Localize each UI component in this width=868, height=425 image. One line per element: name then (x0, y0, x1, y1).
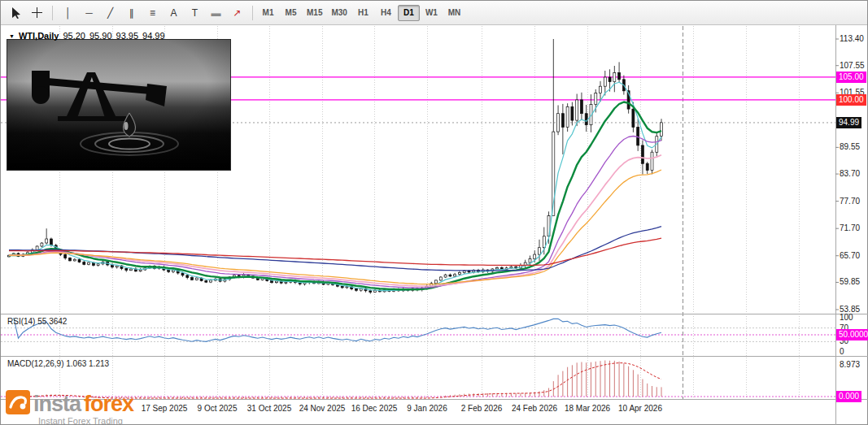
watermark-forex-text: forex (84, 392, 133, 417)
timeframe-m5-button[interactable]: M5 (280, 5, 302, 21)
instaforex-logo-icon (6, 390, 30, 418)
date-axis-label: 24 Feb 2026 (512, 404, 557, 414)
price-axis-tick: 83.70 (840, 169, 860, 179)
watermark-insta-text: insta (33, 392, 81, 417)
price-axis-tick: 107.55 (840, 61, 865, 71)
instaforex-watermark: instaforex Instant Forex Trading (6, 390, 133, 425)
date-axis-label: 9 Jan 2026 (407, 404, 447, 414)
price-axis-tick: 65.70 (840, 251, 860, 261)
price-axis-tick: 71.70 (840, 223, 860, 233)
timeframe-mn-button[interactable]: MN (443, 5, 465, 21)
price-axis-tick: 59.85 (840, 277, 860, 287)
symbol-info-bar: ▼ WTI,Daily 95.20 95.90 93.95 94.99 (9, 31, 165, 41)
macd-level-badge: 0.000 (836, 391, 861, 402)
timeframe-w1-button[interactable]: W1 (421, 5, 443, 21)
date-axis-label: 9 Oct 2025 (198, 404, 238, 414)
date-axis-label: 24 Nov 2025 (299, 404, 346, 414)
text-label-tool-button[interactable]: T (185, 4, 205, 22)
date-axis-label: 18 Mar 2026 (565, 404, 610, 414)
macd-indicator-label: MACD(12,26,9) 1.063 1.213 (7, 359, 109, 368)
rsi-axis-tick: 100 (840, 313, 853, 323)
horizontal-line-tool-button[interactable]: ─ (79, 4, 99, 22)
timeframe-h4-button[interactable]: H4 (375, 5, 397, 21)
price-axis-badge: 105.00 (836, 72, 866, 83)
crosshair-icon (32, 7, 42, 18)
price-axis-tick: 77.70 (840, 197, 860, 206)
oil-pump-illustration (7, 40, 230, 170)
watermark-tagline: Instant Forex Trading (38, 416, 133, 425)
symbol-name: WTI,Daily (19, 31, 59, 41)
toolbar: │─╱∥≡AT▬↗ M1M5M15M30H1H4D1W1MN (1, 1, 867, 25)
equidistant-channel-tool-button[interactable]: ∥ (121, 4, 142, 22)
cursor-icon (11, 7, 21, 19)
timeframe-d1-button[interactable]: D1 (398, 5, 420, 21)
toolbar-separator (52, 6, 53, 20)
drawing-tools-group: │─╱∥≡AT▬↗ (6, 4, 257, 22)
macd-axis-tick: 8.973 (840, 360, 860, 370)
bar-high-value: 95.90 (89, 31, 112, 41)
vertical-line-tool-button[interactable]: │ (58, 4, 78, 22)
symbol-dropdown-icon[interactable]: ▼ (9, 33, 15, 39)
oil-pump-photo (7, 40, 230, 170)
trendline-tool-button[interactable]: ╱ (100, 4, 120, 22)
bar-close-value: 94.99 (142, 31, 165, 41)
timeframe-m1-button[interactable]: M1 (257, 5, 279, 21)
date-axis-label: 2 Feb 2026 (461, 404, 503, 414)
text-tool-button[interactable]: A (164, 4, 184, 22)
rsi-indicator-label: RSI(14) 55.3642 (7, 317, 67, 326)
price-axis-badge: 94.99 (836, 117, 861, 128)
bar-open-value: 95.20 (63, 31, 85, 41)
fibonacci-tool-button[interactable]: ≡ (142, 4, 163, 22)
cursor-tool-button[interactable] (6, 4, 26, 22)
date-axis-label: 17 Sep 2025 (142, 404, 188, 414)
date-axis-label: 10 Apr 2026 (618, 404, 662, 414)
rsi-axis-tick: 0 (840, 347, 844, 357)
trading-terminal-window: │─╱∥≡AT▬↗ M1M5M15M30H1H4D1W1MN ▼ WTI,Dai… (0, 0, 868, 425)
timeframe-group: M1M5M15M30H1H4D1W1MN (257, 5, 465, 21)
arrows-tool-button[interactable]: ↗ (227, 4, 247, 22)
price-axis-tick: 89.55 (840, 142, 860, 152)
toolbar-separator (252, 6, 253, 20)
timeframe-m30-button[interactable]: M30 (327, 5, 351, 21)
shapes-tool-button[interactable]: ▬ (206, 4, 226, 22)
date-axis-label: 16 Dec 2025 (351, 404, 398, 414)
price-axis-badge: 100.00 (836, 94, 866, 106)
date-axis-label: 31 Oct 2025 (247, 404, 291, 414)
price-axis-tick: 113.40 (840, 34, 864, 44)
rsi-level-badge: 50.0000 (836, 329, 868, 340)
bar-low-value: 93.95 (116, 31, 139, 41)
timeframe-m15-button[interactable]: M15 (303, 5, 326, 21)
crosshair-tool-button[interactable] (27, 4, 47, 22)
timeframe-h1-button[interactable]: H1 (352, 5, 374, 21)
